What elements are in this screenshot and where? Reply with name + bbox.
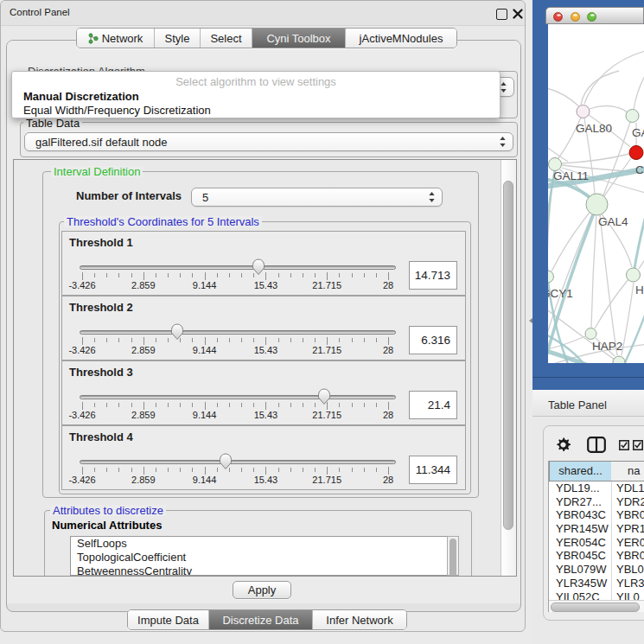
network-view-canvas[interactable]: GAL80GACGAL11GAL4GCY1HHAP2 xyxy=(548,24,644,363)
dropdown-option-manual[interactable]: Manual Discretization xyxy=(23,90,139,103)
network-edge[interactable] xyxy=(590,106,628,112)
attribute-list-item[interactable]: BetweennessCentrality xyxy=(71,564,447,576)
network-edge[interactable] xyxy=(634,73,644,109)
network-node-gal80[interactable] xyxy=(577,105,590,118)
major-tick xyxy=(388,402,389,410)
slider-track[interactable] xyxy=(80,330,396,335)
apply-button[interactable]: Apply xyxy=(233,581,291,599)
network-edge[interactable] xyxy=(581,71,619,105)
cell-name: YDR2 xyxy=(616,495,644,509)
gear-icon[interactable] xyxy=(556,437,571,452)
table-row[interactable]: YDL19...YDL1 xyxy=(549,481,644,495)
threshold-value-field[interactable]: 21.4 xyxy=(409,391,457,419)
column-header-name[interactable]: na xyxy=(611,461,644,481)
zoom-traffic-light[interactable] xyxy=(587,12,596,22)
table-row[interactable]: YBL079WYBL0 xyxy=(549,563,644,577)
minor-tick xyxy=(376,273,377,277)
number-of-intervals-spinner[interactable]: 5 xyxy=(191,188,443,207)
checkbox-icon[interactable] xyxy=(619,440,629,450)
network-edge-highlighted[interactable] xyxy=(623,308,644,363)
spinner-arrows-icon xyxy=(429,192,435,202)
close-icon[interactable] xyxy=(512,8,524,20)
minor-tick xyxy=(278,403,279,407)
network-edge[interactable] xyxy=(600,215,617,355)
desktop: Control Panel NetworkStyleSelectCyni Too… xyxy=(0,0,644,644)
slider-track[interactable] xyxy=(80,460,396,464)
numerical-attributes-list[interactable]: SelfLoopsTopologicalCoefficientBetweenne… xyxy=(70,536,448,576)
minor-tick xyxy=(156,338,156,342)
minor-tick xyxy=(229,273,230,277)
cell-name: YDL1 xyxy=(616,481,644,495)
minor-tick xyxy=(131,468,132,472)
threshold-value-field[interactable]: 14.713 xyxy=(409,261,457,290)
slider-track[interactable] xyxy=(80,395,396,399)
minor-tick xyxy=(192,338,193,342)
split-view-icon[interactable] xyxy=(587,437,606,453)
network-node-ga[interactable] xyxy=(626,110,639,123)
threshold-value-field[interactable]: 6.316 xyxy=(409,326,457,354)
dropdown-option-equal-width[interactable]: Equal Width/Frequency Discretization xyxy=(23,104,211,117)
threshold-panel-2: Threshold 2-3.4262.8599.14415.4321.71528… xyxy=(61,296,466,360)
tab-impute-data[interactable]: Impute Data xyxy=(128,610,209,629)
tab-discretize-data[interactable]: Discretize Data xyxy=(209,610,313,629)
minimize-traffic-light[interactable] xyxy=(571,12,580,22)
tick-label: 9.144 xyxy=(183,475,226,485)
attribute-list-item[interactable]: SelfLoops xyxy=(71,537,447,551)
cell-shared-name: YBL079W xyxy=(556,563,607,577)
network-node[interactable] xyxy=(613,356,625,363)
tick-label: 9.144 xyxy=(183,410,226,420)
settings-scrollbar[interactable] xyxy=(501,160,516,576)
network-node-c[interactable] xyxy=(629,146,643,160)
attribute-list-item[interactable]: TopologicalCoefficient xyxy=(71,551,447,564)
table-row[interactable]: YBR045CYBR0 xyxy=(549,549,644,563)
table-panel-title: Table Panel xyxy=(548,399,607,411)
network-edge[interactable] xyxy=(595,279,628,328)
network-edge[interactable] xyxy=(584,50,644,104)
network-node-gcy1[interactable] xyxy=(548,271,554,283)
network-node-label: GAL80 xyxy=(576,122,612,135)
tab-infer-network[interactable]: Infer Network xyxy=(313,610,406,629)
scrollbar-thumb[interactable] xyxy=(551,603,640,612)
table-row[interactable]: YBR043CYBR0 xyxy=(549,508,644,522)
table-data-combobox[interactable]: galFiltered.sif default node xyxy=(24,132,513,151)
minor-tick xyxy=(339,468,340,472)
network-edge[interactable] xyxy=(622,283,634,355)
network-edge[interactable] xyxy=(591,215,596,328)
checkbox-icon[interactable] xyxy=(633,440,643,450)
threshold-label: Threshold 4 xyxy=(69,430,133,443)
slider-thumb[interactable] xyxy=(317,388,331,405)
tick-label: 9.144 xyxy=(183,280,226,290)
minor-tick xyxy=(364,338,365,342)
threshold-value-field[interactable]: 11.344 xyxy=(409,456,457,484)
table-row[interactable]: YPR145WYPR1 xyxy=(549,522,644,536)
slider-thumb[interactable] xyxy=(170,323,184,341)
tab-cyni-toolbox[interactable]: Cyni Toolbox xyxy=(252,29,346,48)
minor-tick xyxy=(253,403,254,407)
network-node-hap2[interactable] xyxy=(585,328,596,340)
column-header-shared-name[interactable]: shared... xyxy=(549,461,612,481)
table-row[interactable]: YER054CYER0 xyxy=(549,536,644,550)
network-node-gal4[interactable] xyxy=(586,194,608,215)
tab-jactivemnodules[interactable]: jActiveMNodules xyxy=(346,29,456,48)
tab-label: Network xyxy=(102,32,143,45)
slider-thumb[interactable] xyxy=(219,453,233,470)
scrollbar-thumb[interactable] xyxy=(503,181,513,530)
tick-label: 28 xyxy=(367,475,410,485)
tab-style[interactable]: Style xyxy=(155,29,201,48)
network-node-h[interactable] xyxy=(627,268,641,282)
close-traffic-light[interactable] xyxy=(553,12,563,22)
attributes-list-scrollbar[interactable] xyxy=(447,536,459,576)
network-edge[interactable] xyxy=(548,88,580,107)
tab-select[interactable]: Select xyxy=(201,29,252,48)
table-row[interactable]: YDR27...YDR2 xyxy=(549,495,644,509)
tab-label: Style xyxy=(165,32,190,45)
splitpane-collapse-icon[interactable] xyxy=(529,318,532,323)
tab-network[interactable]: Network xyxy=(77,29,155,48)
network-edge[interactable] xyxy=(562,154,629,163)
table-horizontal-scrollbar[interactable] xyxy=(549,600,644,612)
float-window-icon[interactable] xyxy=(496,9,507,20)
table-row[interactable]: YLR345WYLR3 xyxy=(549,577,644,590)
slider-track[interactable] xyxy=(80,265,396,270)
slider-thumb[interactable] xyxy=(252,258,265,276)
scrollbar-thumb[interactable] xyxy=(450,539,456,577)
